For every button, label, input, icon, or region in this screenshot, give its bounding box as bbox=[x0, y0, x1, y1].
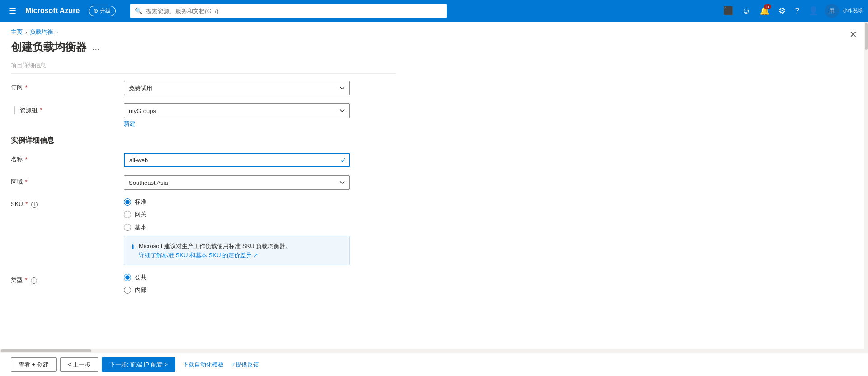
subscription-row: 订阅 * 免费试用 bbox=[11, 81, 396, 95]
external-link-icon: ↗ bbox=[253, 251, 258, 260]
type-info-icon[interactable]: i bbox=[31, 277, 37, 284]
region-label: 区域 * bbox=[11, 175, 124, 186]
sku-basic-label: 基本 bbox=[135, 223, 146, 231]
region-select[interactable]: Southeast Asia bbox=[124, 175, 350, 190]
form-area: 项目详细信息 订阅 * 免费试用 资源组 * bbox=[0, 61, 407, 294]
type-radio-group: 公共 内部 bbox=[124, 273, 350, 294]
feedback-link[interactable]: ♂提供反馈 bbox=[231, 361, 259, 369]
bottom-bar: 查看 + 创建 < 上一步 下一步: 前端 IP 配置 > 下载自动化模板 ♂提… bbox=[0, 352, 868, 376]
type-label: 类型 * i bbox=[11, 273, 124, 284]
region-control: Southeast Asia bbox=[124, 175, 350, 190]
sku-gateway-label: 网关 bbox=[135, 211, 146, 219]
sku-required: * bbox=[24, 201, 28, 207]
sku-info-box: ℹ Microsoft 建议对生产工作负载使用标准 SKU 负载均衡器。 详细了… bbox=[124, 236, 350, 265]
page-title: 创建负载均衡器 bbox=[11, 40, 87, 54]
more-options-button[interactable]: ... bbox=[92, 42, 100, 52]
account-button[interactable]: 👤 bbox=[806, 3, 821, 19]
cloud-shell-button[interactable]: ⬛ bbox=[721, 3, 736, 19]
breadcrumb: 主页 › 负载均衡 › bbox=[0, 22, 868, 40]
name-input[interactable] bbox=[124, 153, 350, 167]
resource-group-label: 资源组 * bbox=[11, 103, 124, 114]
h-scroll-thumb bbox=[1, 349, 91, 352]
name-required: * bbox=[24, 156, 28, 163]
review-create-button[interactable]: 查看 + 创建 bbox=[11, 357, 57, 372]
type-control: 公共 内部 bbox=[124, 273, 350, 294]
sku-basic-radio[interactable] bbox=[124, 224, 131, 231]
info-circle-icon: ℹ bbox=[132, 242, 134, 259]
subscription-control: 免费试用 bbox=[124, 81, 350, 95]
region-row: 区域 * Southeast Asia bbox=[11, 175, 396, 190]
name-control: ✓ bbox=[124, 153, 350, 167]
breadcrumb-sep-1: › bbox=[25, 29, 27, 36]
main-content: 主页 › 负载均衡 › 创建负载均衡器 ... ✕ 项目详细信息 订阅 * 免费… bbox=[0, 22, 868, 376]
instance-section-heading: 实例详细信息 bbox=[11, 136, 396, 146]
breadcrumb-sep-2: › bbox=[56, 29, 58, 36]
name-label: 名称 * bbox=[11, 153, 124, 164]
sku-info-icon[interactable]: i bbox=[31, 202, 38, 208]
upgrade-button[interactable]: ⊕ 升级 bbox=[89, 6, 116, 16]
partial-section-label: 项目详细信息 bbox=[11, 61, 396, 74]
subscription-select[interactable]: 免费试用 bbox=[124, 81, 350, 95]
sku-row: SKU * i 标准 网关 基本 bbox=[11, 198, 396, 265]
user-info: 小咋说球 bbox=[843, 8, 863, 14]
type-row: 类型 * i 公共 内部 bbox=[11, 273, 396, 294]
nav-icons: ⬛ ☺ 🔔 5 ⚙ ? 👤 用 小咋说球 bbox=[721, 3, 863, 19]
page-header: 创建负载均衡器 ... bbox=[0, 40, 868, 61]
sku-control: 标准 网关 基本 ℹ Microsoft 建议对生产工作负载使用标准 bbox=[124, 198, 350, 265]
breadcrumb-parent[interactable]: 负载均衡 bbox=[30, 28, 53, 36]
sku-info-link[interactable]: 详细了解标准 SKU 和基本 SKU 的定价差异 ↗ bbox=[139, 251, 258, 260]
previous-button[interactable]: < 上一步 bbox=[60, 357, 98, 372]
name-input-wrapper: ✓ bbox=[124, 153, 350, 167]
download-template-link[interactable]: 下载自动化模板 bbox=[183, 361, 224, 369]
type-internal-radio[interactable] bbox=[124, 287, 131, 294]
sku-label: SKU * i bbox=[11, 198, 124, 208]
close-button[interactable]: ✕ bbox=[849, 29, 857, 40]
subscription-label: 订阅 * bbox=[11, 81, 124, 92]
help-button[interactable]: ? bbox=[792, 4, 802, 19]
notification-badge: 5 bbox=[764, 4, 771, 9]
notifications-button[interactable]: 🔔 5 bbox=[757, 3, 772, 19]
search-icon: 🔍 bbox=[135, 7, 142, 14]
hamburger-menu[interactable]: ☰ bbox=[5, 4, 20, 18]
indent-line: 资源组 * bbox=[11, 106, 124, 114]
next-button[interactable]: 下一步: 前端 IP 配置 > bbox=[102, 357, 175, 372]
name-row: 名称 * ✓ bbox=[11, 153, 396, 167]
sku-radio-group: 标准 网关 基本 bbox=[124, 198, 350, 231]
subscription-required: * bbox=[24, 84, 28, 91]
type-public-radio[interactable] bbox=[124, 274, 131, 281]
type-public-item[interactable]: 公共 bbox=[124, 273, 350, 282]
type-internal-item[interactable]: 内部 bbox=[124, 286, 350, 294]
resource-group-required: * bbox=[38, 107, 42, 113]
resource-group-row: 资源组 * myGroups 新建 bbox=[11, 103, 396, 128]
sku-standard-item[interactable]: 标准 bbox=[124, 198, 350, 206]
sku-gateway-item[interactable]: 网关 bbox=[124, 211, 350, 219]
search-bar[interactable]: 🔍 bbox=[130, 4, 447, 18]
name-check-icon: ✓ bbox=[340, 156, 346, 164]
sku-gateway-radio[interactable] bbox=[124, 211, 131, 218]
sku-basic-item[interactable]: 基本 bbox=[124, 223, 350, 231]
breadcrumb-home[interactable]: 主页 bbox=[11, 28, 23, 36]
new-resource-group-link[interactable]: 新建 bbox=[124, 120, 350, 128]
vertical-scrollbar[interactable] bbox=[864, 22, 868, 376]
search-input[interactable] bbox=[146, 8, 442, 14]
horizontal-scrollbar[interactable] bbox=[0, 349, 868, 352]
resource-group-control: myGroups 新建 bbox=[124, 103, 350, 128]
type-public-label: 公共 bbox=[135, 273, 146, 282]
resource-group-select[interactable]: myGroups bbox=[124, 103, 350, 118]
region-required: * bbox=[24, 179, 28, 185]
sku-standard-label: 标准 bbox=[135, 198, 146, 206]
type-required: * bbox=[24, 277, 28, 283]
sku-info-text: Microsoft 建议对生产工作负载使用标准 SKU 负载均衡器。 详细了解标… bbox=[139, 242, 291, 259]
sku-standard-radio[interactable] bbox=[124, 198, 131, 206]
indent-bar bbox=[14, 106, 15, 114]
type-internal-label: 内部 bbox=[135, 286, 146, 294]
feedback-button[interactable]: ☺ bbox=[740, 4, 753, 19]
settings-button[interactable]: ⚙ bbox=[776, 3, 788, 19]
upgrade-icon: ⊕ bbox=[94, 8, 98, 14]
brand-logo: Microsoft Azure bbox=[25, 7, 80, 15]
top-navigation: ☰ Microsoft Azure ⊕ 升级 🔍 ⬛ ☺ 🔔 5 ⚙ ? 👤 用… bbox=[0, 0, 868, 22]
user-avatar[interactable]: 用 bbox=[825, 4, 839, 18]
scroll-thumb bbox=[865, 23, 868, 50]
